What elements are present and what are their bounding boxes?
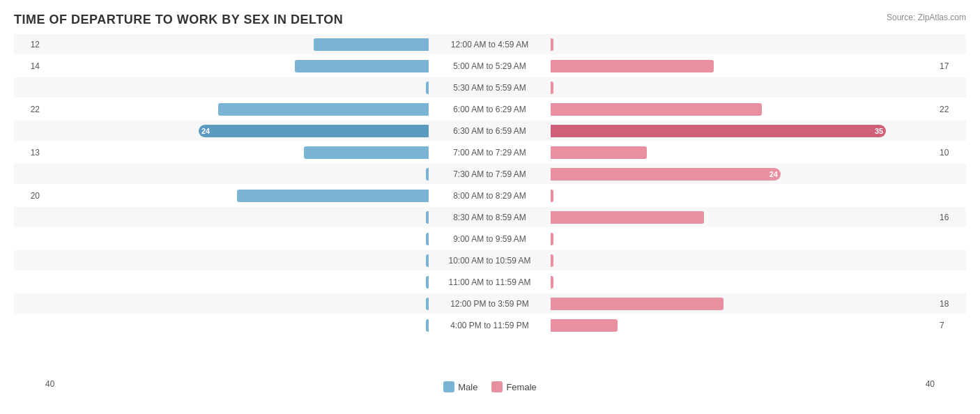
bars-left bbox=[45, 293, 429, 314]
bar-female bbox=[551, 276, 553, 289]
time-label: 12:00 AM to 4:59 AM bbox=[429, 40, 551, 49]
bars-right bbox=[551, 315, 934, 335]
axis-tick-right: 40 bbox=[926, 379, 935, 389]
time-label: 10:00 AM to 10:59 AM bbox=[429, 256, 551, 266]
male-value: 12 bbox=[14, 40, 45, 49]
bars-right bbox=[551, 77, 934, 98]
female-value: 16 bbox=[934, 213, 965, 222]
chart-row: 4:00 PM to 11:59 PM7 bbox=[14, 315, 966, 335]
chart-row: 9:00 AM to 9:59 AM bbox=[14, 229, 966, 249]
chart-row: 137:00 AM to 7:29 AM10 bbox=[14, 142, 966, 162]
bar-male bbox=[295, 60, 429, 72]
axis-tick-left: 40 bbox=[45, 379, 54, 389]
legend-label-male: Male bbox=[458, 382, 477, 392]
legend-box-female bbox=[491, 381, 503, 392]
bars-left bbox=[45, 164, 429, 184]
chart-title: TIME OF DEPARTURE TO WORK BY SEX IN DELT… bbox=[14, 13, 966, 27]
bars-right bbox=[551, 34, 934, 54]
bar-female bbox=[551, 38, 553, 51]
bars-right bbox=[551, 272, 934, 292]
legend-label-female: Female bbox=[506, 382, 536, 392]
bars-left: 24 bbox=[45, 121, 429, 141]
chart-row: 12:00 PM to 3:59 PM18 bbox=[14, 293, 966, 314]
bars-right: 35 bbox=[551, 121, 934, 141]
bar-female: 24 bbox=[551, 168, 781, 181]
chart-row: 208:00 AM to 8:29 AM bbox=[14, 185, 966, 206]
bars-right bbox=[551, 229, 934, 249]
time-label: 6:00 AM to 6:29 AM bbox=[429, 105, 551, 114]
bars-right: 24 bbox=[551, 164, 934, 184]
bar-female bbox=[551, 103, 762, 116]
chart-row: 8:30 AM to 8:59 AM16 bbox=[14, 207, 966, 227]
bar-male bbox=[237, 190, 429, 202]
chart-row: 246:30 AM to 6:59 AM35 bbox=[14, 121, 966, 141]
female-value: 18 bbox=[934, 299, 965, 309]
male-value: 20 bbox=[14, 191, 45, 201]
chart-area: 1212:00 AM to 4:59 AM145:00 AM to 5:29 A… bbox=[14, 34, 966, 373]
bars-right bbox=[551, 207, 934, 227]
time-label: 4:00 PM to 11:59 PM bbox=[429, 321, 551, 330]
chart-row: 7:30 AM to 7:59 AM24 bbox=[14, 164, 966, 184]
bar-female bbox=[551, 146, 647, 159]
bars-left bbox=[45, 229, 429, 249]
female-value: 10 bbox=[934, 148, 965, 158]
legend: Male Female bbox=[443, 381, 537, 392]
time-label: 5:30 AM to 5:59 AM bbox=[429, 83, 551, 93]
bar-female: 35 bbox=[551, 125, 886, 137]
source-text: Source: ZipAtlas.com bbox=[887, 13, 966, 22]
bottom-area: 40 Male Female 40 bbox=[14, 376, 966, 392]
bar-female bbox=[551, 190, 553, 202]
male-value: 14 bbox=[14, 61, 45, 71]
bar-female bbox=[551, 211, 704, 224]
chart-row: 226:00 AM to 6:29 AM22 bbox=[14, 99, 966, 119]
bars-left bbox=[45, 142, 429, 162]
bars-right bbox=[551, 142, 934, 162]
time-label: 8:30 AM to 8:59 AM bbox=[429, 213, 551, 222]
bars-right bbox=[551, 56, 934, 76]
chart-container: TIME OF DEPARTURE TO WORK BY SEX IN DELT… bbox=[0, 0, 980, 414]
bars-left bbox=[45, 315, 429, 335]
chart-row: 11:00 AM to 11:59 AM bbox=[14, 272, 966, 292]
bars-left bbox=[45, 77, 429, 98]
bar-female bbox=[551, 298, 723, 310]
bars-left bbox=[45, 34, 429, 54]
bars-right bbox=[551, 293, 934, 314]
bars-right bbox=[551, 185, 934, 206]
male-value: 13 bbox=[14, 148, 45, 158]
female-value: 17 bbox=[934, 61, 965, 71]
bar-male bbox=[314, 38, 429, 51]
time-label: 9:00 AM to 9:59 AM bbox=[429, 234, 551, 244]
time-label: 6:30 AM to 6:59 AM bbox=[429, 126, 551, 136]
time-label: 7:00 AM to 7:29 AM bbox=[429, 148, 551, 158]
male-value: 22 bbox=[14, 105, 45, 114]
bars-left bbox=[45, 185, 429, 206]
legend-item-male: Male bbox=[443, 381, 477, 392]
bars-left bbox=[45, 207, 429, 227]
time-label: 11:00 AM to 11:59 AM bbox=[429, 277, 551, 287]
bars-left bbox=[45, 99, 429, 119]
bar-male bbox=[218, 103, 429, 116]
bar-female bbox=[551, 254, 553, 267]
legend-item-female: Female bbox=[491, 381, 536, 392]
bar-female bbox=[551, 60, 714, 72]
bars-left bbox=[45, 272, 429, 292]
bar-female bbox=[551, 319, 618, 332]
chart-row: 10:00 AM to 10:59 AM bbox=[14, 250, 966, 270]
time-label: 7:30 AM to 7:59 AM bbox=[429, 169, 551, 179]
time-label: 5:00 AM to 5:29 AM bbox=[429, 61, 551, 71]
legend-box-male bbox=[443, 381, 454, 392]
bars-left bbox=[45, 56, 429, 76]
female-value: 7 bbox=[934, 321, 965, 330]
bars-right bbox=[551, 99, 934, 119]
bar-female bbox=[551, 82, 553, 94]
time-label: 8:00 AM to 8:29 AM bbox=[429, 191, 551, 201]
chart-row: 5:30 AM to 5:59 AM bbox=[14, 77, 966, 98]
bars-left bbox=[45, 250, 429, 270]
bar-female bbox=[551, 233, 553, 245]
bar-male bbox=[304, 146, 429, 159]
female-value: 22 bbox=[934, 105, 965, 114]
chart-row: 1212:00 AM to 4:59 AM bbox=[14, 34, 966, 54]
chart-row: 145:00 AM to 5:29 AM17 bbox=[14, 56, 966, 76]
bars-right bbox=[551, 250, 934, 270]
bar-male: 24 bbox=[199, 125, 429, 137]
